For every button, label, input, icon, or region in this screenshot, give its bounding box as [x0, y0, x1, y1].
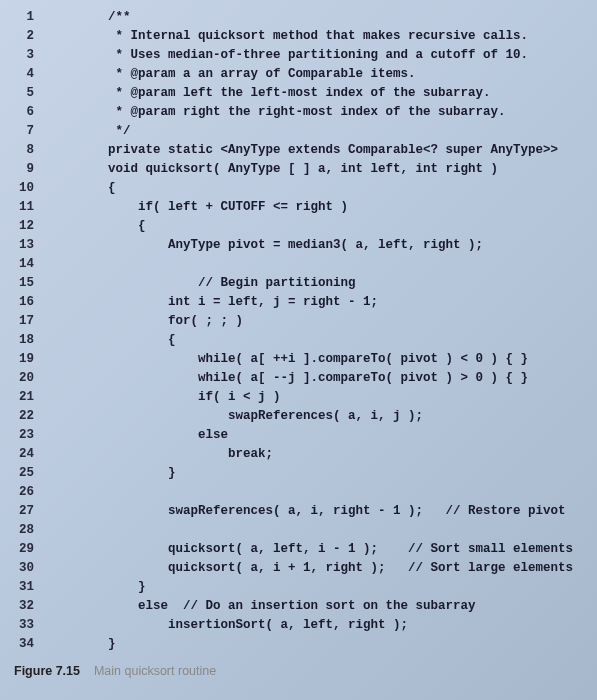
code-line: { — [48, 217, 587, 236]
code-line: * @param a an array of Comparable items. — [48, 65, 587, 84]
line-number: 4 — [10, 65, 48, 84]
line-number: 21 — [10, 388, 48, 407]
figure-text: Main quicksort routine — [94, 664, 216, 678]
code-line: * Uses median-of-three partitioning and … — [48, 46, 587, 65]
line-number: 8 — [10, 141, 48, 160]
code-listing: 1234567891011121314151617181920212223242… — [10, 8, 587, 654]
code-line: } — [48, 464, 587, 483]
line-number: 32 — [10, 597, 48, 616]
code-line: { — [48, 331, 587, 350]
code-line: if( i < j ) — [48, 388, 587, 407]
code-line: insertionSort( a, left, right ); — [48, 616, 587, 635]
line-number: 17 — [10, 312, 48, 331]
code-line: else — [48, 426, 587, 445]
line-number: 1 — [10, 8, 48, 27]
code-line: AnyType pivot = median3( a, left, right … — [48, 236, 587, 255]
code-line: for( ; ; ) — [48, 312, 587, 331]
code-line: private static <AnyType extends Comparab… — [48, 141, 587, 160]
line-number: 9 — [10, 160, 48, 179]
code-line — [48, 483, 587, 502]
line-number: 10 — [10, 179, 48, 198]
line-number: 12 — [10, 217, 48, 236]
line-number: 23 — [10, 426, 48, 445]
line-number: 14 — [10, 255, 48, 274]
line-number: 25 — [10, 464, 48, 483]
code-line: * @param right the right-most index of t… — [48, 103, 587, 122]
code-line: void quicksort( AnyType [ ] a, int left,… — [48, 160, 587, 179]
line-number: 34 — [10, 635, 48, 654]
code-line: * Internal quicksort method that makes r… — [48, 27, 587, 46]
code-line: quicksort( a, left, i - 1 ); // Sort sma… — [48, 540, 587, 559]
line-number-gutter: 1234567891011121314151617181920212223242… — [10, 8, 48, 654]
line-number: 16 — [10, 293, 48, 312]
line-number: 20 — [10, 369, 48, 388]
code-line: } — [48, 578, 587, 597]
code-line: /** — [48, 8, 587, 27]
code-line — [48, 521, 587, 540]
line-number: 2 — [10, 27, 48, 46]
code-line: // Begin partitioning — [48, 274, 587, 293]
line-number: 15 — [10, 274, 48, 293]
code-line: while( a[ --j ].compareTo( pivot ) > 0 )… — [48, 369, 587, 388]
code-line: while( a[ ++i ].compareTo( pivot ) < 0 )… — [48, 350, 587, 369]
code-line: break; — [48, 445, 587, 464]
line-number: 18 — [10, 331, 48, 350]
code-line: { — [48, 179, 587, 198]
line-number: 19 — [10, 350, 48, 369]
line-number: 28 — [10, 521, 48, 540]
line-number: 30 — [10, 559, 48, 578]
code-line: quicksort( a, i + 1, right ); // Sort la… — [48, 559, 587, 578]
code-body: /** * Internal quicksort method that mak… — [48, 8, 587, 654]
line-number: 11 — [10, 198, 48, 217]
page: 1234567891011121314151617181920212223242… — [10, 8, 587, 678]
code-line: */ — [48, 122, 587, 141]
line-number: 6 — [10, 103, 48, 122]
line-number: 26 — [10, 483, 48, 502]
line-number: 31 — [10, 578, 48, 597]
figure-caption: Figure 7.15 Main quicksort routine — [10, 664, 587, 678]
line-number: 7 — [10, 122, 48, 141]
line-number: 5 — [10, 84, 48, 103]
line-number: 3 — [10, 46, 48, 65]
line-number: 22 — [10, 407, 48, 426]
line-number: 27 — [10, 502, 48, 521]
line-number: 29 — [10, 540, 48, 559]
code-line: * @param left the left-most index of the… — [48, 84, 587, 103]
code-line: else // Do an insertion sort on the suba… — [48, 597, 587, 616]
line-number: 24 — [10, 445, 48, 464]
line-number: 33 — [10, 616, 48, 635]
figure-label: Figure 7.15 — [14, 664, 80, 678]
code-line: } — [48, 635, 587, 654]
line-number: 13 — [10, 236, 48, 255]
code-line: swapReferences( a, i, j ); — [48, 407, 587, 426]
code-line — [48, 255, 587, 274]
code-line: if( left + CUTOFF <= right ) — [48, 198, 587, 217]
code-line: int i = left, j = right - 1; — [48, 293, 587, 312]
code-line: swapReferences( a, i, right - 1 ); // Re… — [48, 502, 587, 521]
